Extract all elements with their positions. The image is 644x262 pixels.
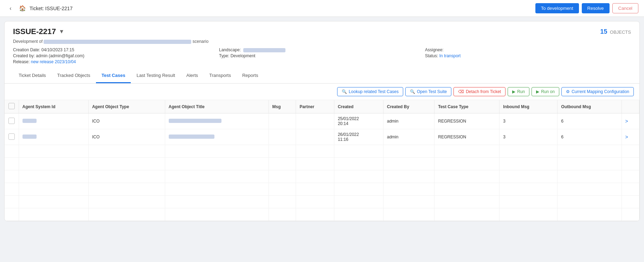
partner-cell [296, 129, 334, 145]
table-row [5, 158, 639, 170]
run-icon: ▶ [512, 89, 515, 94]
object-type-cell: ICO [88, 113, 165, 129]
table-row [5, 208, 639, 221]
assignee: Assignee: [425, 47, 631, 52]
test-case-type-cell: REGRESSION [434, 113, 500, 129]
col-test-case-type: Test Case Type [434, 100, 500, 113]
col-created: Created [334, 100, 383, 113]
col-inbound-msg: Inbound Msg [500, 100, 558, 113]
system-id-cell [22, 135, 37, 139]
search-icon-suite: 🔍 [410, 89, 415, 94]
table-row [5, 170, 639, 183]
col-agent-object-title: Agent Object Title [165, 100, 269, 113]
tabs-bar: Ticket Details Tracked Objects Test Case… [5, 68, 639, 84]
tab-last-testing-result[interactable]: Last Testing Result [131, 68, 181, 83]
objects-label: OBJECTS [610, 30, 631, 35]
back-button[interactable]: ‹ [6, 4, 15, 13]
row-expand-icon[interactable]: > [625, 134, 628, 140]
cancel-button[interactable]: Cancel [612, 3, 638, 13]
row-expand-icon[interactable]: > [625, 118, 628, 124]
msg-cell [269, 113, 296, 129]
release: Release: new release 2023/10/04 [13, 59, 219, 64]
table-row [5, 183, 639, 196]
created-cell: 25/01/202220:14 [334, 113, 383, 129]
tab-test-cases[interactable]: Test Cases [96, 68, 131, 83]
tab-transports[interactable]: Transports [204, 68, 237, 83]
lookup-test-cases-button[interactable]: 🔍 Lookup related Test Cases [337, 87, 403, 96]
ticket-dropdown-icon[interactable]: ▼ [59, 28, 64, 35]
ticket-id: ISSUE-2217 [13, 27, 56, 36]
table-toolbar: 🔍 Lookup related Test Cases 🔍 Open Test … [5, 84, 639, 100]
detach-from-ticket-button[interactable]: ⌫ Detach from Ticket [453, 87, 505, 96]
inbound-msg-cell: 3 [500, 129, 558, 145]
col-agent-system-id: Agent System Id [19, 100, 88, 113]
outbound-msg-cell: 6 [558, 113, 622, 129]
inbound-msg-cell: 3 [500, 113, 558, 129]
created-by-cell: admin [383, 113, 434, 129]
ticket-description: Development of scenario [13, 39, 329, 44]
object-type-cell: ICO [88, 129, 165, 145]
to-development-button[interactable]: To development [535, 3, 579, 13]
table-row [5, 145, 639, 158]
col-agent-object-type: Agent Object Type [88, 100, 165, 113]
partner-cell [296, 113, 334, 129]
tab-tracked-objects[interactable]: Tracked Objects [52, 68, 96, 83]
created-by-cell: admin [383, 129, 434, 145]
release-link[interactable]: new release 2023/10/04 [31, 59, 76, 64]
objects-count: 15 [600, 28, 607, 35]
col-outbound-msg: Outbound Msg [558, 100, 622, 113]
tab-reports[interactable]: Reports [237, 68, 264, 83]
landscape: Landscape: [219, 47, 425, 52]
type: Type: Development [219, 53, 425, 58]
outbound-msg-cell: 6 [558, 129, 622, 145]
test-case-type-cell: REGRESSION [434, 129, 500, 145]
mapping-icon: ⚙ [566, 89, 570, 94]
col-checkbox [5, 100, 19, 113]
msg-cell [269, 129, 296, 145]
created-by: Created by: admin (admin@figaf.com) [13, 53, 219, 58]
run-on-button[interactable]: ▶ Run on [532, 87, 559, 96]
open-test-suite-button[interactable]: 🔍 Open Test Suite [405, 87, 451, 96]
col-created-by: Created By [383, 100, 434, 113]
system-id-cell [22, 119, 37, 123]
col-msg: Msg [269, 100, 296, 113]
table-row [5, 196, 639, 208]
col-partner: Partner [296, 100, 334, 113]
tab-ticket-details[interactable]: Ticket Details [13, 68, 52, 83]
page-title: Ticket: ISSUE-2217 [30, 6, 72, 11]
test-cases-table: Agent System Id Agent Object Type Agent … [5, 100, 639, 221]
resolve-button[interactable]: Resolve [582, 3, 610, 13]
select-all-checkbox[interactable] [8, 103, 15, 109]
detach-icon: ⌫ [458, 89, 464, 94]
table-row: ICO 26/01/202211:16 admin REGRESSION 3 6… [5, 129, 639, 145]
object-title-link[interactable] [169, 135, 214, 139]
creation-date: Creation Date: 04/10/2023 17:15 [13, 47, 219, 52]
table-row: ICO 25/01/202220:14 admin REGRESSION 3 6… [5, 113, 639, 129]
status: Status: In transport [425, 53, 631, 58]
object-title-link[interactable] [169, 119, 221, 124]
search-icon: 🔍 [342, 89, 347, 94]
tab-alerts[interactable]: Alerts [181, 68, 204, 83]
row-checkbox[interactable] [8, 133, 15, 140]
top-bar-actions: To development Resolve Cancel [535, 3, 638, 13]
col-actions [622, 100, 639, 113]
row-checkbox[interactable] [8, 118, 15, 124]
home-icon: 🏠 [19, 5, 26, 12]
run-button[interactable]: ▶ Run [508, 87, 529, 96]
current-mapping-config-button[interactable]: ⚙ Current Mapping Configuration [561, 87, 634, 96]
created-cell: 26/01/202211:16 [334, 129, 383, 145]
run-on-icon: ▶ [536, 89, 539, 94]
